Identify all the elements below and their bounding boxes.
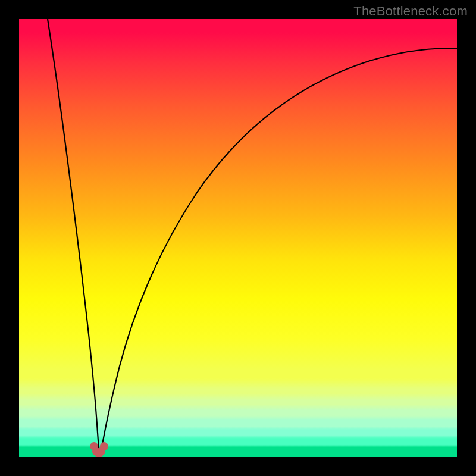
curve-layer (19, 19, 457, 457)
plot-area (19, 19, 457, 457)
outer-black-frame: TheBottleneck.com (0, 0, 476, 476)
watermark-text: TheBottleneck.com (353, 4, 468, 19)
right-branch-curve (101, 49, 457, 455)
left-branch-curve (48, 19, 99, 455)
